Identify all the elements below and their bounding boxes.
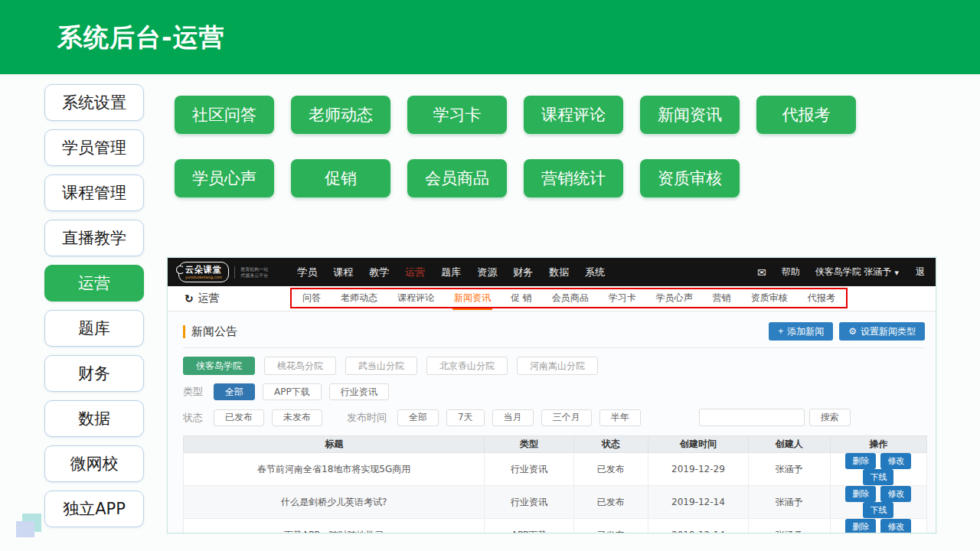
delete-button[interactable]: 删除 — [845, 453, 876, 469]
news-panel-title: 新闻公告 — [191, 324, 237, 339]
campus-tab-henan-songshan[interactable]: 河南嵩山分院 — [517, 357, 598, 375]
topnav-system[interactable]: 系统 — [585, 266, 605, 279]
decorative-square-lavender — [16, 521, 34, 537]
offline-button[interactable]: 下线 — [863, 502, 893, 518]
cell-actions: 删除修改下线 — [830, 486, 926, 519]
col-status: 状态 — [573, 436, 648, 453]
sidebar-item-system-settings[interactable]: 系统设置 — [44, 84, 144, 121]
campus-tab-xiakedao[interactable]: 侠客岛学院 — [183, 357, 255, 375]
col-actions: 操作 — [830, 436, 926, 453]
logout-link[interactable]: 退 — [916, 266, 925, 279]
subnav-student-voice[interactable]: 学员心声 — [656, 292, 693, 305]
topnav-data[interactable]: 数据 — [549, 266, 569, 279]
cell-status: 已发布 — [573, 519, 648, 534]
subnav-member-goods[interactable]: 会员商品 — [552, 292, 589, 305]
search-input[interactable] — [699, 409, 805, 426]
sidebar-item-micro-school[interactable]: 微网校 — [44, 445, 144, 482]
delete-button[interactable]: 删除 — [845, 486, 876, 502]
cell-title: 春节前河南全省18地市将实现5G商用 — [184, 453, 485, 486]
topnav-finance[interactable]: 财务 — [513, 266, 533, 279]
feature-news[interactable]: 新闻资讯 — [640, 96, 740, 134]
col-created: 创建时间 — [648, 436, 748, 453]
topnav-question-bank[interactable]: 题库 — [441, 266, 461, 279]
sidebar-item-question-bank[interactable]: 题库 — [44, 310, 144, 347]
status-unpublished[interactable]: 未发布 — [272, 409, 322, 426]
topnav-resources[interactable]: 资源 — [477, 266, 497, 279]
news-type-settings-button[interactable]: ⚙设置新闻类型 — [839, 322, 925, 341]
subnav-course-comments[interactable]: 课程评论 — [397, 292, 434, 305]
sidebar-item-finance[interactable]: 财务 — [44, 355, 144, 392]
divider — [183, 347, 925, 348]
feature-proxy-exam[interactable]: 代报考 — [756, 96, 856, 134]
feature-study-card[interactable]: 学习卡 — [407, 96, 507, 134]
subnav-highlight-box: 问答 老师动态 课程评论 新闻资讯 促 销 会员商品 学习卡 学员心声 营销 资… — [290, 288, 848, 308]
time-all[interactable]: 全部 — [397, 409, 439, 426]
status-published[interactable]: 已发布 — [214, 409, 264, 426]
help-link[interactable]: 帮助 — [782, 266, 800, 279]
time-this-month[interactable]: 当月 — [492, 409, 534, 426]
cell-type: APP下载 — [485, 519, 574, 534]
topnav-teaching[interactable]: 教学 — [369, 266, 389, 279]
feature-community-qa[interactable]: 社区问答 — [175, 96, 274, 134]
status-filter-row: 状态 已发布 未发布 发布时间 全部 7天 当月 三个月 半年 搜索 — [183, 409, 925, 426]
cell-type: 行业资讯 — [485, 486, 574, 519]
feature-course-comments[interactable]: 课程评论 — [524, 96, 623, 134]
campus-tab-taohuadao[interactable]: 桃花岛分院 — [264, 357, 336, 375]
edit-button[interactable]: 修改 — [880, 486, 911, 502]
type-app-download[interactable]: APP下载 — [263, 383, 322, 400]
cell-created: 2019-12-29 — [648, 453, 748, 486]
sidebar-item-operations[interactable]: 运营 — [44, 265, 144, 302]
time-half-year[interactable]: 半年 — [599, 409, 641, 426]
subnav-study-card[interactable]: 学习卡 — [609, 292, 636, 305]
subnav-qualification-review[interactable]: 资质审核 — [751, 292, 788, 305]
topnav-courses[interactable]: 课程 — [333, 266, 353, 279]
topnav-students[interactable]: 学员 — [297, 266, 317, 279]
campus-tab-beijing-xiangshan[interactable]: 北京香山分院 — [426, 357, 508, 375]
mail-icon[interactable]: ✉ — [757, 266, 766, 279]
edit-button[interactable]: 修改 — [880, 453, 911, 469]
offline-button[interactable]: 下线 — [863, 469, 893, 485]
cell-created: 2019-12-14 — [648, 486, 748, 519]
edit-button[interactable]: 修改 — [880, 519, 911, 533]
feature-student-voice[interactable]: 学员心声 — [175, 159, 274, 197]
subnav-teacher-updates[interactable]: 老师动态 — [341, 292, 377, 305]
type-label: 类型 — [183, 385, 203, 399]
subnav-section: ↻ 运营 — [185, 292, 220, 305]
add-news-button[interactable]: +添加新闻 — [769, 322, 833, 341]
refresh-icon: ↻ — [185, 292, 194, 305]
search-button[interactable]: 搜索 — [809, 409, 851, 426]
subnav-marketing[interactable]: 营销 — [713, 292, 731, 305]
admin-screenshot: 云朵课堂 yunduoketang.com 教育机构一站 式服务云平台 学员 课… — [167, 257, 936, 533]
feature-promotion[interactable]: 促销 — [291, 159, 390, 197]
campus-tab-wudangshan[interactable]: 武当山分院 — [345, 357, 417, 375]
feature-teacher-updates[interactable]: 老师动态 — [291, 96, 390, 134]
time-3months[interactable]: 三个月 — [541, 409, 592, 426]
news-panel: 新闻公告 +添加新闻 ⚙设置新闻类型 侠客岛学院 桃花岛分院 武当山分院 北京香… — [168, 311, 936, 533]
delete-button[interactable]: 删除 — [845, 519, 876, 533]
cell-status: 已发布 — [573, 453, 648, 486]
topnav-operations[interactable]: 运营 — [405, 266, 425, 279]
type-filter-row: 类型 全部 APP下载 行业资讯 — [183, 383, 925, 400]
sidebar-item-data[interactable]: 数据 — [44, 400, 144, 437]
account-menu[interactable]: 侠客岛学院 张涵予▼ — [815, 266, 899, 279]
feature-marketing-stats[interactable]: 营销统计 — [524, 159, 623, 197]
subnav-qa[interactable]: 问答 — [302, 292, 321, 305]
subnav-news[interactable]: 新闻资讯 — [454, 292, 491, 305]
publish-time-label: 发布时间 — [347, 411, 387, 425]
feature-qualification-review[interactable]: 资质审核 — [640, 159, 740, 197]
subnav-promotion[interactable]: 促 销 — [511, 292, 532, 305]
sidebar-item-student-management[interactable]: 学员管理 — [44, 129, 144, 166]
title-accent-bar — [183, 325, 185, 338]
cell-status: 已发布 — [573, 486, 648, 519]
type-industry-news[interactable]: 行业资讯 — [329, 383, 389, 400]
sidebar-item-standalone-app[interactable]: 独立APP — [44, 491, 144, 527]
time-7days[interactable]: 7天 — [446, 409, 485, 426]
admin-topnav-menu: 学员 课程 教学 运营 题库 资源 财务 数据 系统 — [297, 266, 605, 279]
news-table: 标题 类型 状态 创建时间 创建人 操作 春节前河南全省18地市将实现5G商用 … — [183, 435, 927, 533]
type-all[interactable]: 全部 — [214, 383, 255, 400]
sidebar-item-live-teaching[interactable]: 直播教学 — [44, 220, 144, 256]
subnav-proxy-exam[interactable]: 代报考 — [808, 292, 835, 305]
feature-member-goods[interactable]: 会员商品 — [407, 159, 507, 197]
sidebar-item-course-management[interactable]: 课程管理 — [44, 174, 144, 211]
col-creator: 创建人 — [748, 436, 830, 453]
